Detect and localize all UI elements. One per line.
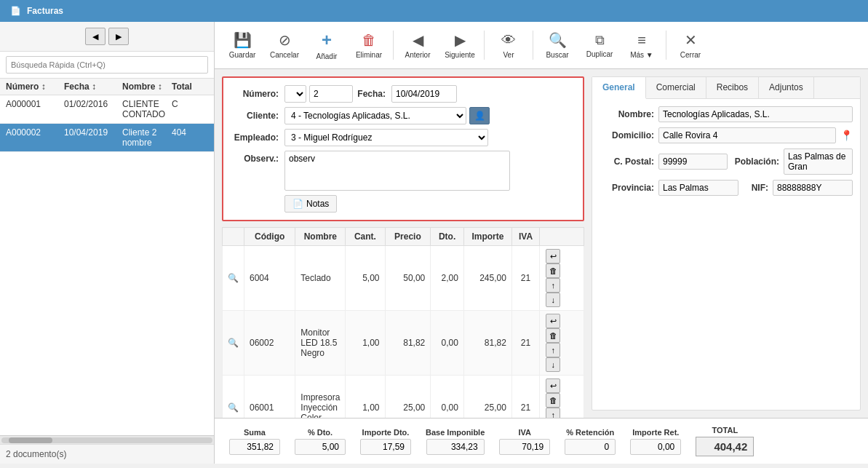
horizontal-scrollbar[interactable] <box>0 435 214 444</box>
th-dto: Dto. <box>431 228 464 246</box>
row-delete-button[interactable]: 🗑 <box>546 263 560 278</box>
iva-value: 70,19 <box>499 439 550 455</box>
delete-icon: 🗑 <box>362 32 376 49</box>
cliente-select[interactable]: 4 - Tecnologías Aplicadas, S.L. <box>284 107 466 124</box>
row-down-button[interactable]: ↓ <box>546 357 560 372</box>
anadir-button[interactable]: + Añadir <box>306 26 347 64</box>
notes-button[interactable]: 📄 Notas <box>284 195 337 213</box>
iva-label: IVA <box>519 428 532 437</box>
cerrar-button[interactable]: ✕ Cerrar <box>670 26 711 64</box>
content-area: 💾 Guardar ⊘ Cancelar + Añadir 🗑 Eliminar… <box>215 22 868 464</box>
row-search[interactable]: 🔍 <box>223 311 244 376</box>
row-cant: 1,00 <box>346 376 385 419</box>
notes-btn-container: 📄 Notas <box>231 195 576 213</box>
item-numero: A000001 <box>6 99 64 119</box>
title-icon: 📄 <box>10 6 21 16</box>
tab-adjuntos[interactable]: Adjuntos <box>759 77 814 98</box>
tab-general[interactable]: General <box>592 77 646 99</box>
toolbar-separator <box>393 31 394 60</box>
pcto-dto-label: % Dto. <box>308 428 333 437</box>
list-item[interactable]: A000001 01/02/2016 CLIENTE CONTADO C <box>0 95 214 124</box>
fecha-input[interactable] <box>391 85 457 103</box>
item-nombre: Cliente 2 nombre <box>122 127 172 148</box>
row-undo-button[interactable]: ↩ <box>546 249 560 263</box>
suma-value: 351,82 <box>229 439 280 455</box>
contact-icon: 👤 <box>474 111 485 121</box>
empleado-label: Empleado: <box>231 132 282 143</box>
row-search[interactable]: 🔍 <box>223 376 244 419</box>
th-search <box>223 228 244 246</box>
item-total: C <box>172 99 208 119</box>
mas-label: Más ▼ <box>630 51 653 59</box>
observ-textarea[interactable]: observ <box>284 151 510 191</box>
row-actions: ↩ 🗑 ↑ ↓ <box>540 311 584 376</box>
row-up-button[interactable]: ↑ <box>546 343 560 357</box>
search-icon: 🔍 <box>549 31 567 49</box>
observ-label: Observ.: <box>231 154 282 164</box>
buscar-button[interactable]: 🔍 Buscar <box>537 26 578 64</box>
observ-row: Observ.: observ <box>231 151 576 191</box>
form-left: Número: A Fecha: Cliente: 4 - Tecnología… <box>222 76 584 411</box>
iva-group: IVA 70,19 <box>499 428 550 455</box>
row-undo-button[interactable]: ↩ <box>546 314 560 328</box>
item-total: 404 <box>172 127 208 148</box>
ver-label: Ver <box>503 51 514 59</box>
empleado-select[interactable]: 3 - Miguel Rodríguez <box>284 129 488 146</box>
tab-recibos[interactable]: Recibos <box>706 77 759 98</box>
ver-button[interactable]: 👁 Ver <box>488 26 529 64</box>
importe-dto-label: Importe Dto. <box>362 428 410 437</box>
numero-serie-select[interactable]: A <box>284 85 306 103</box>
tab-general-label: General <box>602 82 635 92</box>
title-bar: 📄 Facturas <box>0 0 868 22</box>
nombre-label: Nombre: <box>600 109 654 119</box>
eliminar-button[interactable]: 🗑 Eliminar <box>349 26 389 64</box>
tab-adjuntos-label: Adjuntos <box>769 82 803 92</box>
form-area: Número: A Fecha: Cliente: 4 - Tecnología… <box>215 69 868 418</box>
importe-dto-group: Importe Dto. 17,59 <box>360 428 411 455</box>
numero-row: Número: A Fecha: <box>231 85 576 103</box>
nav-next-button[interactable]: ▶ <box>108 28 129 45</box>
siguiente-button[interactable]: ▶ Siguiente <box>439 26 480 64</box>
list-item[interactable]: A000002 10/04/2019 Cliente 2 nombre 404 <box>0 124 214 152</box>
row-delete-button[interactable]: 🗑 <box>546 393 560 408</box>
anadir-label: Añadir <box>316 52 338 60</box>
location-icon[interactable]: 📍 <box>840 130 853 141</box>
base-imponible-value: 334,23 <box>426 439 485 455</box>
toolbar: 💾 Guardar ⊘ Cancelar + Añadir 🗑 Eliminar… <box>215 22 868 69</box>
guardar-button[interactable]: 💾 Guardar <box>222 26 263 64</box>
tab-comercial-label: Comercial <box>656 82 696 92</box>
duplicar-button[interactable]: ⧉ Duplicar <box>579 26 620 64</box>
poblacion-label: Población: <box>732 156 779 167</box>
postal-row: C. Postal: 99999 Población: Las Palmas d… <box>600 148 853 175</box>
th-actions <box>540 228 584 246</box>
row-search[interactable]: 🔍 <box>223 246 244 311</box>
nif-value: 88888888Y <box>773 180 853 196</box>
close-icon: ✕ <box>685 31 697 49</box>
cliente-row: Cliente: 4 - Tecnologías Aplicadas, S.L.… <box>231 107 576 124</box>
mas-button[interactable]: ≡ Más ▼ <box>621 26 662 64</box>
row-delete-button[interactable]: 🗑 <box>546 328 560 343</box>
row-codigo: 6004 <box>244 246 295 311</box>
anterior-button[interactable]: ◀ Anterior <box>397 26 438 64</box>
tabs-header: General Comercial Recibos Adjuntos <box>592 77 860 99</box>
cancel-icon: ⊘ <box>279 31 291 49</box>
cliente-label: Cliente: <box>231 111 282 121</box>
provincia-row: Provincia: Las Palmas NIF: 88888888Y <box>600 180 853 196</box>
list-header: Número ↕ Fecha ↕ Nombre ↕ Total <box>0 79 214 95</box>
numero-label: Número: <box>231 89 282 99</box>
provincia-label: Provincia: <box>600 183 654 193</box>
row-undo-button[interactable]: ↩ <box>546 378 560 393</box>
nav-prev-button[interactable]: ◀ <box>85 28 105 45</box>
row-importe: 245,00 <box>463 246 511 311</box>
search-input[interactable] <box>6 56 208 74</box>
tab-comercial[interactable]: Comercial <box>646 77 706 98</box>
row-down-button[interactable]: ↓ <box>546 293 560 307</box>
contact-button[interactable]: 👤 <box>469 107 490 124</box>
row-dto: 2,00 <box>431 246 464 311</box>
row-up-button[interactable]: ↑ <box>546 278 560 293</box>
buscar-label: Buscar <box>546 51 568 59</box>
cancelar-button[interactable]: ⊘ Cancelar <box>264 26 305 64</box>
row-up-button[interactable]: ↑ <box>546 408 560 418</box>
numero-input[interactable] <box>309 85 353 103</box>
row-nombre: Impresora Inyección Color <box>295 376 346 419</box>
